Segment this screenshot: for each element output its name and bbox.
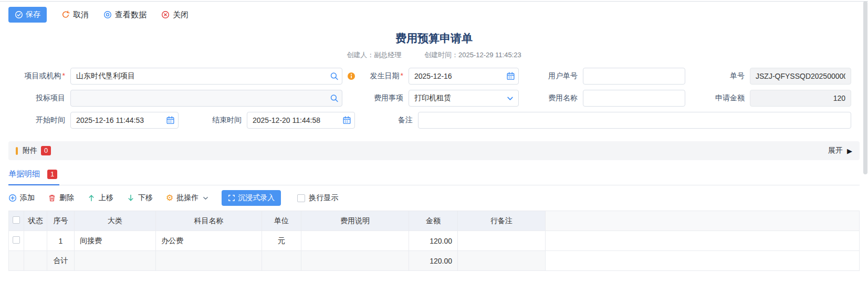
move-up-label: 上移 bbox=[99, 193, 113, 203]
wrap-display-label: 换行显示 bbox=[309, 193, 338, 203]
start-time-input[interactable] bbox=[70, 112, 179, 129]
cancel-button[interactable]: 取消 bbox=[61, 10, 89, 20]
detail-toolbar: 添加 删除 上移 下移 ⚙ 批操作 沉浸式录入 换行显示 bbox=[8, 190, 860, 206]
cell-filler bbox=[546, 231, 860, 251]
top-toolbar: 保存 取消 查看数据 关闭 bbox=[0, 2, 868, 27]
delete-row-label: 删除 bbox=[59, 193, 74, 203]
created-time-value: 2025-12-29 11:45:23 bbox=[458, 51, 521, 59]
view-data-button[interactable]: 查看数据 bbox=[103, 10, 147, 20]
detail-tabs: 单据明细 1 bbox=[8, 169, 860, 185]
info-icon[interactable] bbox=[347, 72, 355, 80]
expense-item-label: 费用事项 bbox=[342, 93, 409, 103]
expense-name-input[interactable] bbox=[583, 90, 685, 107]
search-icon[interactable] bbox=[330, 72, 339, 81]
col-status: 状态 bbox=[24, 211, 47, 231]
attachments-bar[interactable]: 附件 0 展开 ▶ bbox=[8, 141, 860, 160]
occur-date-field-wrap bbox=[409, 68, 519, 85]
col-row-remark: 行备注 bbox=[458, 211, 546, 231]
col-amount: 金额 bbox=[409, 211, 458, 231]
cell-status bbox=[24, 231, 47, 251]
doc-meta: 创建人：副总经理 创建时间：2025-12-29 11:45:23 bbox=[0, 50, 868, 60]
end-time-input[interactable] bbox=[247, 112, 355, 129]
trash-icon bbox=[48, 194, 56, 202]
col-subject: 科目名称 bbox=[156, 211, 262, 231]
cell-seq: 1 bbox=[47, 231, 75, 251]
delete-row-button[interactable]: 删除 bbox=[48, 193, 74, 203]
close-button[interactable]: 关闭 bbox=[161, 10, 189, 20]
occur-date-input[interactable] bbox=[409, 68, 519, 85]
expense-name-label: 费用名称 bbox=[519, 93, 583, 103]
chevron-down-icon bbox=[203, 195, 208, 201]
cell-unit[interactable]: 元 bbox=[262, 231, 301, 251]
attachments-title: 附件 bbox=[23, 146, 37, 155]
doc-no-label: 单号 bbox=[685, 71, 750, 81]
immersive-entry-button[interactable]: 沉浸式录入 bbox=[222, 190, 281, 206]
search-icon[interactable] bbox=[330, 94, 339, 103]
save-button[interactable]: 保存 bbox=[8, 7, 47, 23]
cell-description[interactable] bbox=[301, 231, 409, 251]
wrap-display-option[interactable]: 换行显示 bbox=[297, 193, 338, 203]
add-row-button[interactable]: 添加 bbox=[8, 193, 35, 203]
cell-amount[interactable]: 120.00 bbox=[409, 231, 458, 251]
tab-detail-label: 单据明细 bbox=[8, 169, 40, 179]
created-label: 创建时间： bbox=[424, 51, 458, 59]
remark-label: 备注 bbox=[355, 116, 418, 125]
triangle-right-icon: ▶ bbox=[847, 147, 852, 155]
add-row-label: 添加 bbox=[20, 193, 35, 203]
start-time-label: 开始时间 bbox=[8, 116, 70, 125]
total-filler bbox=[546, 251, 860, 271]
view-data-label: 查看数据 bbox=[115, 10, 147, 20]
close-circle-icon bbox=[161, 11, 170, 19]
remark-input[interactable] bbox=[418, 112, 851, 129]
start-time-field-wrap bbox=[70, 112, 179, 129]
col-seq: 序号 bbox=[47, 211, 75, 231]
col-category: 大类 bbox=[75, 211, 156, 231]
doc-no-field-wrap bbox=[750, 68, 851, 85]
arrow-down-icon bbox=[127, 194, 135, 202]
remark-field-wrap bbox=[418, 112, 851, 129]
user-no-label: 用户单号 bbox=[519, 71, 583, 81]
apply-amount-field-wrap bbox=[750, 90, 851, 107]
col-unit: 单位 bbox=[262, 211, 301, 231]
project-field-wrap bbox=[70, 68, 342, 85]
table-row[interactable]: 1 间接费 办公费 元 120.00 bbox=[9, 231, 860, 251]
row-checkbox[interactable] bbox=[13, 236, 20, 244]
expense-item-select[interactable]: 打印机租赁 bbox=[409, 90, 519, 107]
total-amount: 120.00 bbox=[409, 251, 458, 271]
user-no-input[interactable] bbox=[583, 68, 685, 85]
expand-button[interactable]: 展开 ▶ bbox=[828, 146, 852, 155]
fullscreen-icon bbox=[228, 194, 235, 202]
tab-detail[interactable]: 单据明细 1 bbox=[8, 169, 59, 185]
project-input[interactable] bbox=[70, 68, 342, 85]
form-area: 项目或机构 发生日期 用户单号 单号 投标项目 bbox=[8, 68, 868, 129]
select-all-checkbox[interactable] bbox=[13, 216, 20, 224]
creator-label: 创建人： bbox=[347, 51, 374, 59]
bid-project-input[interactable] bbox=[70, 90, 342, 107]
creator-value: 副总经理 bbox=[374, 51, 401, 59]
batch-actions-button[interactable]: ⚙ 批操作 bbox=[166, 193, 208, 203]
cell-row-remark[interactable] bbox=[458, 231, 546, 251]
bid-project-label: 投标项目 bbox=[8, 93, 70, 103]
cell-category[interactable]: 间接费 bbox=[75, 231, 156, 251]
expense-name-field-wrap bbox=[583, 90, 685, 107]
wrap-display-checkbox[interactable] bbox=[297, 194, 305, 202]
calendar-icon[interactable] bbox=[506, 72, 515, 81]
move-down-button[interactable]: 下移 bbox=[127, 193, 153, 203]
cell-subject[interactable]: 办公费 bbox=[156, 231, 262, 251]
check-circle-icon bbox=[15, 11, 23, 19]
move-down-label: 下移 bbox=[138, 193, 153, 203]
total-label: 合计 bbox=[47, 251, 75, 271]
close-label: 关闭 bbox=[173, 10, 189, 20]
calendar-icon[interactable] bbox=[342, 116, 351, 125]
end-time-label: 结束时间 bbox=[179, 116, 247, 125]
end-time-field-wrap bbox=[247, 112, 355, 129]
calendar-icon[interactable] bbox=[166, 116, 175, 125]
attachments-count-badge: 0 bbox=[41, 146, 51, 155]
vertical-scrollbar[interactable] bbox=[863, 1, 867, 174]
expense-item-value: 打印机租赁 bbox=[414, 93, 451, 103]
section-marker bbox=[16, 147, 18, 155]
table-total-row: 合计 120.00 bbox=[9, 251, 860, 271]
bid-project-field-wrap bbox=[70, 90, 342, 107]
move-up-button[interactable]: 上移 bbox=[87, 193, 113, 203]
undo-icon bbox=[61, 11, 70, 19]
